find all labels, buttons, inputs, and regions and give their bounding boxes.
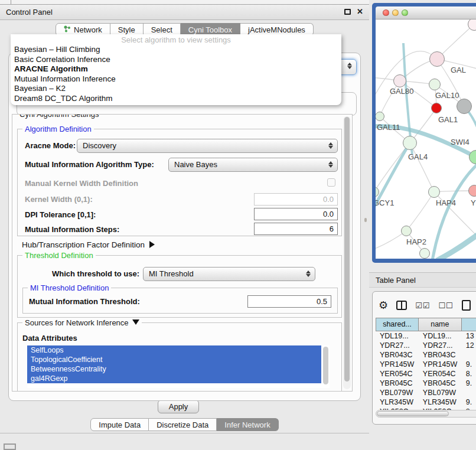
table-row[interactable]: YBR045CYBR045C9. xyxy=(376,379,476,388)
network-node-hap2[interactable] xyxy=(401,226,412,236)
attribute-list-item[interactable]: gal4RGexp xyxy=(27,374,321,383)
table-hscrollbar-thumb[interactable] xyxy=(377,411,449,416)
table-cell: 9. xyxy=(462,397,476,407)
table-cell: YDL19... xyxy=(376,331,419,341)
table-cell: 8. xyxy=(462,369,476,379)
sources-title[interactable]: Sources for Network Inference xyxy=(22,318,142,327)
attribute-list-item[interactable]: BetweennessCentrality xyxy=(27,364,321,374)
hub-definition-toggle[interactable]: Hub/Transcription Factor Definition xyxy=(22,240,155,249)
close-icon[interactable]: ✕ xyxy=(357,8,363,16)
table-row[interactable]: YLR345WYLR345W9. xyxy=(376,397,476,407)
checked-columns-icon[interactable]: ☑☑ xyxy=(415,301,430,310)
expanded-arrow-icon xyxy=(132,319,139,325)
settings-group-title: Cyni Algorithm Settings xyxy=(17,114,101,119)
columns-icon[interactable] xyxy=(396,301,407,310)
node-label: GAL1 xyxy=(438,115,458,124)
zoom-traffic-light-icon[interactable] xyxy=(402,9,408,16)
algorithm-option[interactable]: Bayesian – K2 xyxy=(11,84,341,94)
mi-threshold-field[interactable]: 0.5 xyxy=(247,295,331,308)
network-node-y[interactable] xyxy=(468,185,476,197)
network-node[interactable] xyxy=(419,248,430,259)
minimize-traffic-light-icon[interactable] xyxy=(392,9,399,16)
network-node-gal80[interactable] xyxy=(393,74,406,87)
table-cell: YBL079W xyxy=(419,388,462,397)
table-cell: 9. xyxy=(462,379,476,388)
tab-label: Cyni Toolbox xyxy=(188,25,232,34)
column-header-name[interactable]: name xyxy=(419,318,462,331)
table-cell: YDR27... xyxy=(376,341,419,350)
settings-scrollbar[interactable] xyxy=(343,116,351,389)
table-row[interactable]: YPR145WYPR145W9. xyxy=(376,360,476,369)
float-window-icon[interactable] xyxy=(344,9,351,15)
network-node-gal[interactable] xyxy=(429,51,445,67)
settings-scrollbar-thumb[interactable] xyxy=(344,117,350,381)
attribute-list-item[interactable]: SelfLoops xyxy=(27,345,321,355)
node-label: HAP4 xyxy=(436,198,456,207)
document-icon[interactable] xyxy=(462,300,471,311)
which-threshold-combobox[interactable]: MI Threshold xyxy=(143,267,315,281)
control-panel-bottom-tabs: Impute DataDiscretize DataInfer Network xyxy=(0,418,369,431)
network-window-titlebar[interactable] xyxy=(376,6,476,19)
stepper-icon xyxy=(347,62,352,70)
table-row[interactable]: YDL19...YDL19...13 xyxy=(376,331,476,341)
tab-infer-network[interactable]: Infer Network xyxy=(217,418,278,431)
mi-steps-field[interactable]: 6 xyxy=(254,223,338,235)
tab-impute-data[interactable]: Impute Data xyxy=(90,418,149,431)
algorithm-option[interactable]: Dream8 DC_TDC Algorithm xyxy=(11,94,341,104)
dpi-tolerance-field[interactable]: 0.0 xyxy=(254,208,338,220)
stepper-icon xyxy=(328,161,333,168)
control-panel-titlebar: Control Panel ✕ xyxy=(0,5,369,20)
network-node-gal1[interactable] xyxy=(431,103,442,113)
threshold-definition-group: Threshold Definition Which threshold to … xyxy=(17,255,342,318)
table-panel-title: Table Panel xyxy=(376,273,416,288)
aracne-mode-combobox[interactable]: Discovery xyxy=(77,139,338,153)
minimized-panel-icon[interactable] xyxy=(4,444,16,450)
table-cell: YPR145W xyxy=(419,360,462,369)
algorithm-option[interactable]: ARACNE Algorithm xyxy=(11,64,341,74)
unchecked-columns-icon[interactable]: ☐☐ xyxy=(438,301,453,310)
stepper-icon xyxy=(328,142,333,149)
table-row[interactable]: YBL079WYBL079W xyxy=(376,388,476,397)
algorithm-option[interactable]: Basic Correlation Inference xyxy=(11,55,341,65)
network-node-gal10[interactable] xyxy=(429,79,441,90)
mi-type-combobox[interactable]: Naive Bayes xyxy=(168,158,338,172)
cyni-algorithm-settings-group: Cyni Algorithm Settings Algorithm Defini… xyxy=(12,114,353,392)
algorithm-definition-group: Algorithm Definition Aracne Mode: Discov… xyxy=(17,129,342,236)
algorithm-option[interactable]: Bayesian – Hill Climbing xyxy=(11,45,341,55)
mi-threshold-label: Mutual Information Threshold: xyxy=(29,297,140,306)
kernel-width-label: Kernel Width (0,1): xyxy=(25,195,93,204)
algorithm-definition-title: Algorithm Definition xyxy=(22,125,94,133)
sources-group: Sources for Network Inference Data Attri… xyxy=(17,322,342,392)
network-node-gal4[interactable] xyxy=(403,136,417,150)
table-cell: 9. xyxy=(462,360,476,369)
attributes-scrollbar-thumb[interactable] xyxy=(323,347,328,384)
network-canvas[interactable]: GALGAL80GAL10GAL1GAL11SWI4GAL4GCY1HAP4YH… xyxy=(376,19,476,259)
tab-label: Infer Network xyxy=(224,420,270,429)
mi-steps-label: Mutual Information Steps: xyxy=(25,225,119,234)
table-cell: YPR145W xyxy=(376,360,419,369)
algorithm-option[interactable]: Mutual Information Inference xyxy=(11,74,341,84)
table-row[interactable]: YER054CYER054C8. xyxy=(376,369,476,379)
table-hscrollbar[interactable] xyxy=(376,410,476,418)
apply-button[interactable]: Apply xyxy=(158,400,199,413)
table-row[interactable]: YBR043CYBR043C xyxy=(376,350,476,360)
close-traffic-light-icon[interactable] xyxy=(383,9,389,16)
tab-discretize-data[interactable]: Discretize Data xyxy=(149,418,217,431)
network-node[interactable] xyxy=(457,99,472,114)
aracne-mode-label: Aracne Mode: xyxy=(25,141,76,150)
node-label: GAL10 xyxy=(435,91,459,100)
control-panel: Control Panel ✕ NetworkStyleSelectCyni T… xyxy=(0,4,369,433)
network-view-window: GALGAL80GAL10GAL1GAL11SWI4GAL4GCY1HAP4YH… xyxy=(372,3,476,263)
gear-icon[interactable]: ⚙ xyxy=(379,299,388,311)
network-node-hap4[interactable] xyxy=(428,186,440,198)
column-header-shared[interactable]: shared... xyxy=(376,318,419,331)
tab-label: Select xyxy=(151,25,172,34)
attribute-list-item[interactable]: TopologicalCoefficient xyxy=(27,355,321,364)
table-row[interactable]: YDR27...YDR27...12 xyxy=(376,341,476,350)
splitter-handle[interactable] xyxy=(364,218,367,222)
table-cell: YBR043C xyxy=(419,350,462,360)
kernel-width-field[interactable]: 0.0 xyxy=(254,193,338,206)
manual-kernel-checkbox[interactable] xyxy=(327,178,335,187)
table-cell xyxy=(462,350,476,360)
column-header[interactable] xyxy=(462,318,476,331)
